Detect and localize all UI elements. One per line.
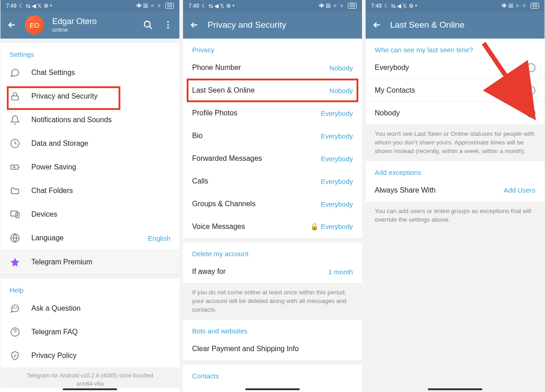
settings-content: Settings Chat Settings Privacy and Secur…: [0, 39, 179, 392]
privacy-content: Privacy Phone Number Nobody Last Seen & …: [183, 39, 362, 392]
section-settings-label: Settings: [0, 43, 179, 61]
header: Last Seen & Online: [366, 11, 545, 39]
row-calls[interactable]: Calls Everybody: [183, 170, 362, 193]
radio-icon-selected: [526, 109, 535, 118]
row-groups[interactable]: Groups & Channels Everybody: [183, 193, 362, 215]
row-always-share[interactable]: Always Share With Add Users: [366, 179, 545, 202]
status-bar: 7:49 ☾ ⇆ ◀ 𝕏 ⚙ • ✱ ☒ ᯤ ᯤ 69: [0, 0, 179, 11]
status-icons-right: ✱ ☒ ᯤ ᯤ: [501, 3, 528, 9]
page-title: Privacy and Security: [208, 20, 356, 30]
bell-icon: [10, 114, 20, 125]
svg-point-1: [167, 21, 169, 23]
svg-rect-4: [12, 96, 19, 100]
shield-icon: [10, 350, 20, 361]
nav-handle: [245, 388, 300, 390]
row-telegram-premium[interactable]: Telegram Premium: [0, 250, 179, 274]
section-delete-label: Delete my account: [183, 243, 362, 260]
row-profile-photos[interactable]: Profile Photos Everybody: [183, 102, 362, 124]
section-bots-label: Bots and websites: [183, 320, 362, 337]
row-ask-question[interactable]: Ask a Question: [0, 297, 179, 320]
row-privacy-policy[interactable]: Privacy Policy: [0, 344, 179, 367]
back-arrow-icon[interactable]: [7, 20, 17, 30]
row-phone-number[interactable]: Phone Number Nobody: [183, 56, 362, 79]
svg-point-10: [13, 308, 14, 308]
radio-icon: [526, 86, 535, 95]
section-who-label: Who can see my last seen time?: [366, 39, 545, 56]
status-icons-right: ✱ ☒ ᯤ ᯤ: [319, 3, 345, 9]
svg-point-2: [167, 24, 169, 26]
section-privacy-label: Privacy: [183, 39, 362, 56]
radio-everybody[interactable]: Everybody: [366, 56, 545, 79]
version-footer: Telegram for Android v10.2.8 (4085) stor…: [0, 367, 179, 388]
profile-status: online: [52, 26, 97, 33]
status-bar: 7:49 ☾ ⇆ ◀ 𝕏 ⚙ • ✱ ☒ ᯤ ᯤ 69: [366, 0, 545, 11]
row-chat-folders[interactable]: Chat Folders: [0, 179, 179, 203]
radio-my-contacts[interactable]: My Contacts: [366, 79, 545, 102]
phone-settings: 7:49 ☾ ⇆ ◀ 𝕏 ⚙ • ✱ ☒ ᯤ ᯤ 69 EO Edgar Ote…: [0, 0, 179, 392]
lock-small-icon: 🔒: [310, 223, 319, 230]
profile-name: Edgar Otero: [52, 17, 97, 27]
chat-icon: [10, 67, 20, 78]
status-time: 7:49: [6, 3, 16, 9]
avatar[interactable]: EO: [25, 15, 44, 35]
lock-icon: [10, 91, 20, 102]
delete-info-text: If you do not come online at least once …: [183, 283, 362, 320]
row-clear-payment[interactable]: Clear Payment and Shipping Info: [183, 337, 362, 360]
status-icons-right: ✱ ☒ ᯤ ᯤ: [136, 3, 163, 9]
exception-info-text: You can add users or entire groups as ex…: [366, 202, 545, 230]
svg-point-12: [16, 308, 17, 308]
svg-point-11: [15, 308, 15, 308]
row-telegram-faq[interactable]: Telegram FAQ: [0, 320, 179, 344]
row-forwarded[interactable]: Forwarded Messages Everybody: [183, 147, 362, 170]
row-bio[interactable]: Bio Everybody: [183, 124, 362, 147]
status-bar: 7:49 ☾ ⇆ ◀ 𝕏 ⚙ • ✱ ☒ ᯤ ᯤ 69: [183, 0, 362, 11]
data-icon: [10, 138, 20, 149]
row-last-seen[interactable]: Last Seen & Online Nobody: [183, 79, 362, 102]
radio-nobody[interactable]: Nobody: [366, 102, 545, 124]
svg-rect-7: [11, 211, 18, 216]
status-icons-left: ☾ ⇆ ◀ 𝕏 ⚙ •: [384, 3, 417, 9]
row-voice-messages[interactable]: Voice Messages 🔒 Everybody: [183, 215, 362, 238]
status-battery: 69: [165, 3, 174, 9]
page-title: Last Seen & Online: [390, 20, 538, 30]
status-icons-left: ☾ ⇆ ◀ 𝕏 ⚙ •: [202, 3, 234, 9]
header: EO Edgar Otero online: [0, 11, 179, 39]
more-icon[interactable]: [163, 20, 173, 30]
row-if-away[interactable]: If away for 1 month: [183, 260, 362, 283]
help-icon: [10, 327, 20, 337]
row-privacy-security[interactable]: Privacy and Security: [0, 84, 179, 108]
svg-point-3: [167, 27, 169, 29]
who-info-text: You won't see Last Seen or Online status…: [366, 124, 545, 161]
svg-point-0: [144, 21, 150, 27]
phone-last-seen: 7:49 ☾ ⇆ ◀ 𝕏 ⚙ • ✱ ☒ ᯤ ᯤ 69 Last Seen & …: [366, 0, 545, 392]
devices-icon: [10, 209, 20, 220]
nav-handle: [428, 388, 482, 390]
row-power-saving[interactable]: Power Saving: [0, 155, 179, 179]
status-time: 7:49: [371, 3, 382, 9]
status-time: 7:49: [188, 3, 199, 9]
battery-icon: [10, 162, 20, 173]
status-battery: 69: [348, 3, 357, 9]
status-battery: 69: [530, 3, 539, 9]
row-devices[interactable]: Devices: [0, 203, 179, 226]
folder-icon: [10, 185, 20, 196]
row-language[interactable]: Language English: [0, 226, 179, 250]
star-icon: [10, 257, 20, 268]
section-exceptions-label: Add exceptions: [366, 161, 545, 179]
question-chat-icon: [10, 303, 20, 314]
row-data-storage[interactable]: Data and Storage: [0, 132, 179, 155]
nav-handle: [63, 388, 117, 390]
status-icons-left: ☾ ⇆ ◀ 𝕏 ⚙ •: [19, 3, 52, 9]
back-arrow-icon[interactable]: [372, 20, 382, 30]
row-chat-settings[interactable]: Chat Settings: [0, 61, 179, 84]
section-help-label: Help: [0, 279, 179, 297]
radio-icon: [526, 63, 535, 72]
back-arrow-icon[interactable]: [189, 20, 199, 30]
profile-info[interactable]: Edgar Otero online: [52, 17, 97, 34]
last-seen-content: Who can see my last seen time? Everybody…: [366, 39, 545, 392]
header: Privacy and Security: [183, 11, 362, 39]
section-contacts-label: Contacts: [183, 365, 362, 382]
search-icon[interactable]: [143, 20, 153, 30]
row-notifications[interactable]: Notifications and Sounds: [0, 108, 179, 132]
globe-icon: [10, 233, 20, 243]
